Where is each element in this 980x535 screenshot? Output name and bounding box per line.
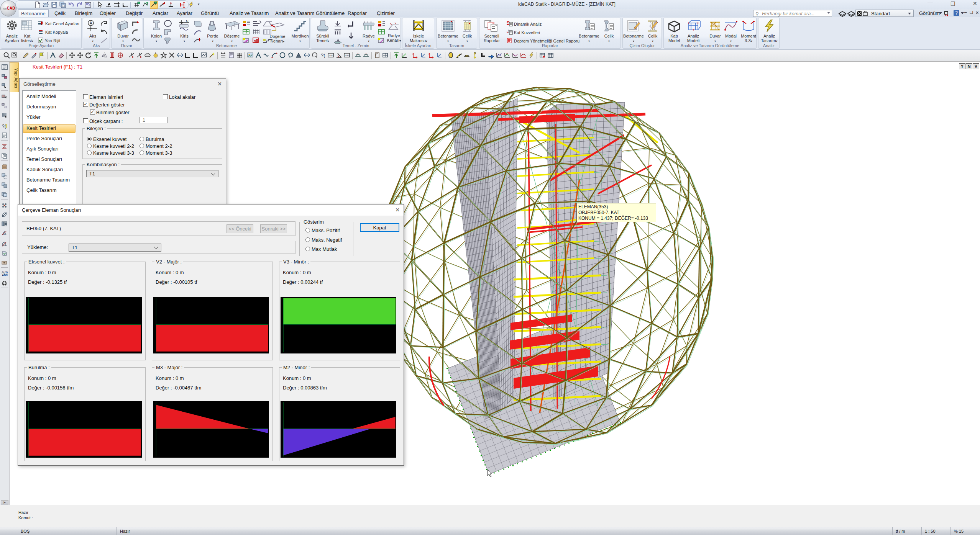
svg-text:ABC: ABC: [2, 274, 8, 276]
svg-text:mm: mm: [345, 54, 350, 57]
svg-text:?(: ?(: [321, 52, 325, 58]
svg-text:AUTO: AUTO: [2, 271, 8, 274]
svg-text:mm: mm: [329, 54, 333, 57]
svg-text:?(: ?(: [2, 124, 6, 129]
svg-text:A: A: [90, 21, 92, 25]
svg-text:N: N: [186, 20, 189, 23]
